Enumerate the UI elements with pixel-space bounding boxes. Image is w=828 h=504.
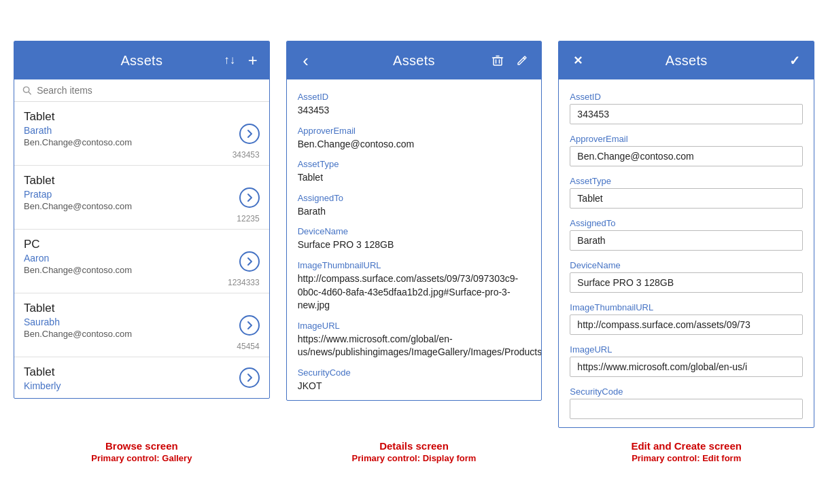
edit-label-3: AssignedTo xyxy=(570,218,803,228)
delete-icon[interactable] xyxy=(488,51,507,70)
field-label-4: DeviceName xyxy=(298,226,531,236)
edit-field-4[interactable] xyxy=(570,272,803,293)
field-label-6: ImageURL xyxy=(298,321,531,331)
search-bar xyxy=(14,79,269,102)
close-icon[interactable]: ✕ xyxy=(568,51,587,70)
edit-label-7: SecurityCode xyxy=(570,386,803,397)
edit-field-0[interactable] xyxy=(570,104,803,124)
item-2-assigned: Aaron xyxy=(24,253,260,264)
caption-0: Browse screen Primary control: Gallery xyxy=(14,440,270,463)
item-2-id: 1234333 xyxy=(24,278,260,287)
sort-icon[interactable]: ↑↓ xyxy=(220,51,239,70)
item-3-assigned: Saurabh xyxy=(24,317,260,327)
item-0-type: Tablet xyxy=(24,110,260,124)
edit-label-0: AssetID xyxy=(570,92,803,102)
item-0-arrow[interactable] xyxy=(239,124,260,144)
item-3-email: Ben.Change@contoso.com xyxy=(24,329,260,339)
list-item[interactable]: PC Aaron Ben.Change@contoso.com 1234333 xyxy=(14,230,269,293)
item-4-assigned: Kimberly xyxy=(24,380,260,391)
add-icon[interactable]: + xyxy=(243,51,262,70)
item-1-assigned: Pratap xyxy=(24,189,260,200)
details-title: Assets xyxy=(393,53,435,69)
caption-0-title: Browse screen xyxy=(14,440,270,452)
item-1-type: Tablet xyxy=(24,174,260,187)
list-item[interactable]: Tablet Pratap Ben.Change@contoso.com 122… xyxy=(14,166,269,230)
edit-field-1[interactable] xyxy=(570,146,803,166)
field-value-5: http://compass.surface.com/assets/09/73/… xyxy=(298,272,531,312)
caption-2-sub: Primary control: Edit form xyxy=(558,453,814,463)
list-item[interactable]: Tablet Barath Ben.Change@contoso.com 343… xyxy=(14,102,269,166)
item-1-arrow[interactable] xyxy=(239,187,260,208)
field-label-5: ImageThumbnailURL xyxy=(298,260,531,270)
item-4-type: Tablet xyxy=(24,365,260,379)
item-1-email: Ben.Change@contoso.com xyxy=(24,201,260,211)
details-header: ‹ Assets xyxy=(287,41,542,79)
edit-label-6: ImageURL xyxy=(570,344,803,355)
field-value-6: https://www.microsoft.com/global/en-us/n… xyxy=(298,333,531,359)
edit-header: ✕ Assets ✓ xyxy=(559,41,814,79)
edit-content: AssetID ApproverEmail AssetType Assigned… xyxy=(559,79,814,427)
item-0-email: Ben.Change@contoso.com xyxy=(24,137,260,147)
detail-content: AssetID 343453 ApproverEmail Ben.Change@… xyxy=(287,79,542,400)
field-label-1: ApproverEmail xyxy=(298,126,531,136)
search-icon xyxy=(22,86,31,95)
list-item[interactable]: Tablet Kimberly xyxy=(14,357,269,398)
field-label-0: AssetID xyxy=(298,92,531,102)
field-label-3: AssignedTo xyxy=(298,193,531,203)
item-3-arrow[interactable] xyxy=(239,315,260,336)
captions: Browse screen Primary control: Gallery D… xyxy=(14,440,814,463)
edit-field-3[interactable] xyxy=(570,230,803,251)
item-2-type: PC xyxy=(24,238,260,251)
caption-2: Edit and Create screen Primary control: … xyxy=(558,440,814,463)
edit-title: Assets xyxy=(666,53,708,69)
svg-line-1 xyxy=(29,92,31,94)
edit-label-5: ImageThumbnailURL xyxy=(570,302,803,312)
caption-2-title: Edit and Create screen xyxy=(558,440,814,452)
back-icon[interactable]: ‹ xyxy=(296,51,315,70)
edit-panel: ✕ Assets ✓ AssetID ApproverEmail AssetTy… xyxy=(558,41,814,428)
caption-1: Details screen Primary control: Display … xyxy=(286,440,542,463)
field-label-2: AssetType xyxy=(298,159,531,169)
browse-panel: Assets ↑↓ + Tablet Barath Ben.Change@con… xyxy=(14,41,270,399)
edit-label-1: ApproverEmail xyxy=(570,134,803,144)
search-input[interactable] xyxy=(37,85,261,96)
pencil-icon[interactable] xyxy=(513,51,532,70)
item-2-email: Ben.Change@contoso.com xyxy=(24,265,260,275)
field-value-2: Tablet xyxy=(298,171,531,185)
browse-header: Assets ↑↓ + xyxy=(14,41,269,79)
item-4-arrow[interactable] xyxy=(239,367,260,388)
caption-0-sub: Primary control: Gallery xyxy=(14,453,270,463)
edit-label-2: AssetType xyxy=(570,176,803,186)
details-panel: ‹ Assets AssetID 343453 xyxy=(286,41,542,401)
browse-header-icons: ↑↓ + xyxy=(220,51,262,70)
caption-1-title: Details screen xyxy=(286,440,542,452)
item-0-id: 343453 xyxy=(24,150,260,160)
browse-title: Assets xyxy=(120,53,162,69)
field-value-4: Surface PRO 3 128GB xyxy=(298,238,531,252)
caption-1-sub: Primary control: Display form xyxy=(286,453,542,463)
field-value-0: 343453 xyxy=(298,104,531,118)
field-value-1: Ben.Change@contoso.com xyxy=(298,138,531,151)
field-value-7: JKOT xyxy=(298,380,531,393)
item-2-arrow[interactable] xyxy=(239,251,260,272)
field-value-3: Barath xyxy=(298,205,531,219)
svg-rect-2 xyxy=(494,58,502,65)
edit-field-2[interactable] xyxy=(570,188,803,209)
list-item[interactable]: Tablet Saurabh Ben.Change@contoso.com 45… xyxy=(14,293,269,357)
item-0-assigned: Barath xyxy=(24,125,260,136)
item-3-id: 45454 xyxy=(24,342,260,351)
item-1-id: 12235 xyxy=(24,214,260,223)
field-label-7: SecurityCode xyxy=(298,367,531,378)
check-icon[interactable]: ✓ xyxy=(785,51,804,70)
item-3-type: Tablet xyxy=(24,302,260,315)
edit-label-4: DeviceName xyxy=(570,260,803,270)
edit-field-7[interactable] xyxy=(570,399,803,419)
edit-field-6[interactable] xyxy=(570,357,803,377)
browse-list: Tablet Barath Ben.Change@contoso.com 343… xyxy=(14,102,269,398)
edit-field-5[interactable] xyxy=(570,314,803,335)
